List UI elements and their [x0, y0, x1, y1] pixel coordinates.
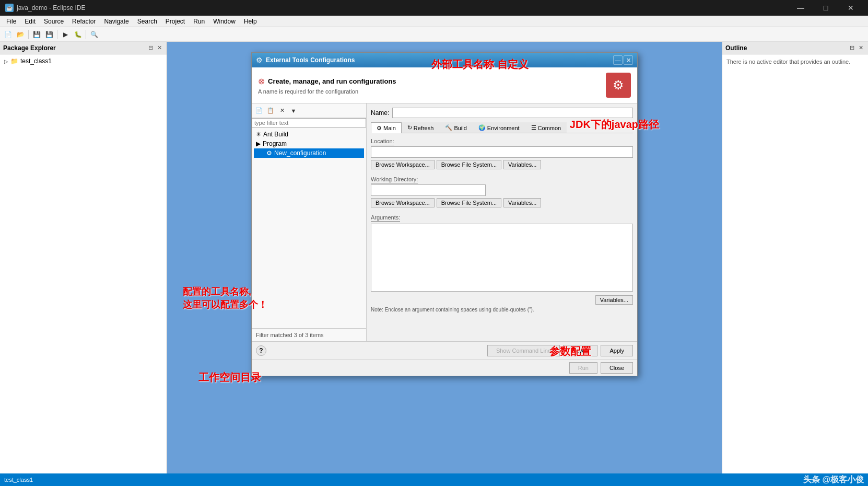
arguments-textarea[interactable] — [371, 224, 633, 292]
package-explorer-panel: Package Explorer ⊟ ✕ ▷ 📁 test_class1 — [0, 42, 167, 473]
location-browse-filesystem-btn[interactable]: Browse File System... — [437, 160, 501, 169]
tabs-bar: ⚙ Main ↻ Refresh 🔨 Build 🌍 — [371, 122, 633, 133]
menu-refactor[interactable]: Refactor — [68, 17, 100, 26]
toolbar-sep2 — [57, 30, 57, 39]
dialog-header-subtitle: A name is required for the configuration — [258, 88, 396, 95]
status-bar: test_class1 头条 @极客小俊 — [0, 473, 868, 486]
menu-source[interactable]: Source — [40, 17, 68, 26]
menu-search[interactable]: Search — [133, 17, 161, 26]
dialog-header: ⊗ Create, manage, and run configurations… — [252, 67, 637, 103]
menu-navigate[interactable]: Navigate — [100, 17, 133, 26]
arguments-note: Note: Enclose an argument containing spa… — [371, 307, 633, 313]
workdir-browse-filesystem-btn[interactable]: Browse File System... — [437, 198, 501, 207]
toolbar-save-all[interactable]: 💾 — [43, 29, 55, 40]
sidebar-filter-btn[interactable]: ▼ — [288, 106, 299, 116]
menu-file[interactable]: File — [2, 17, 20, 26]
toolbar-open[interactable]: 📂 — [15, 29, 26, 40]
tree-item-new-configuration[interactable]: ⚙ New_configuration — [254, 148, 364, 158]
location-row — [371, 146, 633, 158]
toolbar-sep3 — [86, 30, 86, 39]
close-button[interactable]: ✕ — [839, 0, 863, 16]
args-variables-btn[interactable]: Variables... — [595, 295, 633, 305]
config-icon: ⚙ — [266, 149, 272, 157]
build-tab-icon: 🔨 — [445, 124, 452, 131]
toolbar-new[interactable]: 📄 — [2, 29, 14, 40]
menu-project[interactable]: Project — [161, 17, 189, 26]
dialog-sidebar-toolbar: 📄 📋 ✕ ▼ — [252, 103, 366, 118]
sidebar-copy-btn[interactable]: 📋 — [265, 106, 276, 116]
help-button[interactable]: ? — [256, 345, 266, 356]
tab-common[interactable]: ☰ Common — [525, 122, 567, 133]
filter-input[interactable] — [252, 118, 366, 128]
package-explorer-title: Package Explorer — [3, 44, 56, 52]
toolbar-save[interactable]: 💾 — [31, 29, 42, 40]
package-explorer-tree: ▷ 📁 test_class1 — [0, 54, 167, 473]
menu-edit[interactable]: Edit — [20, 17, 40, 26]
status-text: test_class1 — [4, 477, 33, 483]
working-dir-input[interactable] — [371, 184, 486, 196]
outline-minimize-btn[interactable]: ⊟ — [848, 44, 856, 52]
menu-bar: File Edit Source Refactor Navigate Searc… — [0, 16, 868, 27]
outline-close-btn[interactable]: ✕ — [857, 44, 865, 52]
outline-title: Outline — [725, 44, 747, 52]
run-btn[interactable]: Run — [569, 362, 597, 374]
dialog-minimize-btn[interactable]: — — [613, 55, 623, 65]
package-explorer-header: Package Explorer ⊟ ✕ — [0, 42, 167, 54]
location-section: Location: Browse Workspace... Browse Fil… — [371, 137, 633, 171]
workdir-browse-workspace-btn[interactable]: Browse Workspace... — [371, 198, 435, 207]
toolbar-debug[interactable]: 🐛 — [72, 29, 84, 40]
toolbar: 📄 📂 💾 💾 ▶ 🐛 🔍 — [0, 27, 868, 42]
app-title: java_demo - Eclipse IDE — [17, 4, 85, 11]
working-dir-row — [371, 184, 633, 196]
menu-run[interactable]: Run — [189, 17, 209, 26]
tree-item-test_class1[interactable]: ▷ 📁 test_class1 — [2, 56, 165, 66]
footer-right: Show Command Line Revert Apply — [487, 345, 633, 356]
panel-controls: ⊟ ✕ — [147, 44, 163, 52]
toolbar-sep1 — [28, 30, 29, 39]
tree-item-ant-build[interactable]: ✳ Ant Build — [254, 130, 364, 139]
main-tab-label: Main — [383, 125, 396, 131]
close-btn[interactable]: Close — [601, 362, 633, 374]
footer-left: ? — [256, 345, 266, 356]
name-row: Name: — [371, 108, 633, 118]
dialog-body: 📄 📋 ✕ ▼ ✳ Ant Build ▶ Program — [252, 103, 637, 341]
workdir-variables-btn[interactable]: Variables... — [503, 198, 541, 207]
tab-build[interactable]: 🔨 Build — [439, 122, 472, 133]
external-tools-dialog: ⚙ External Tools Configurations — ✕ ⊗ Cr… — [251, 52, 638, 376]
panel-minimize-btn[interactable]: ⊟ — [147, 44, 155, 52]
location-browse-workspace-btn[interactable]: Browse Workspace... — [371, 160, 435, 169]
watermark: 头条 @极客小俊 — [803, 475, 864, 485]
tab-refresh[interactable]: ↻ Refresh — [402, 122, 440, 133]
ant-icon: ✳ — [256, 131, 261, 138]
main-tab-icon: ⚙ — [377, 125, 382, 132]
maximize-button[interactable]: □ — [814, 0, 838, 16]
outline-panel: Outline ⊟ ✕ There is no active editor th… — [722, 42, 868, 473]
env-tab-icon: 🌍 — [478, 124, 486, 131]
dialog-header-title: Create, manage, and run configurations — [268, 77, 396, 85]
toolbar-search[interactable]: 🔍 — [88, 29, 100, 40]
env-tab-label: Environment — [487, 125, 520, 131]
sidebar-new-btn[interactable]: 📄 — [254, 106, 264, 116]
menu-help[interactable]: Help — [240, 17, 261, 26]
location-input[interactable] — [371, 146, 633, 158]
location-variables-btn[interactable]: Variables... — [503, 160, 541, 169]
dialog-close-btn[interactable]: ✕ — [624, 55, 633, 65]
toolbar-run[interactable]: ▶ — [60, 29, 71, 40]
revert-btn[interactable]: Revert — [563, 345, 597, 356]
common-tab-icon: ☰ — [531, 124, 536, 131]
build-tab-label: Build — [454, 125, 466, 131]
show-command-line-btn[interactable]: Show Command Line — [487, 345, 560, 356]
apply-btn[interactable]: Apply — [601, 345, 633, 356]
dialog-main: Name: ⚙ Main ↻ Refresh — [367, 103, 637, 341]
name-input[interactable] — [392, 108, 633, 118]
center-area: ⚙ External Tools Configurations — ✕ ⊗ Cr… — [167, 42, 722, 473]
menu-window[interactable]: Window — [209, 17, 240, 26]
minimize-button[interactable]: — — [789, 0, 813, 16]
tab-main[interactable]: ⚙ Main — [371, 122, 402, 133]
tab-environment[interactable]: 🌍 Environment — [473, 122, 525, 133]
folder-icon: 📁 — [10, 57, 18, 65]
tree-item-program[interactable]: ▶ Program — [254, 139, 364, 148]
sidebar-delete-btn[interactable]: ✕ — [277, 106, 287, 116]
eclipse-logo: ⚙ — [606, 73, 631, 98]
panel-close-btn[interactable]: ✕ — [156, 44, 163, 52]
